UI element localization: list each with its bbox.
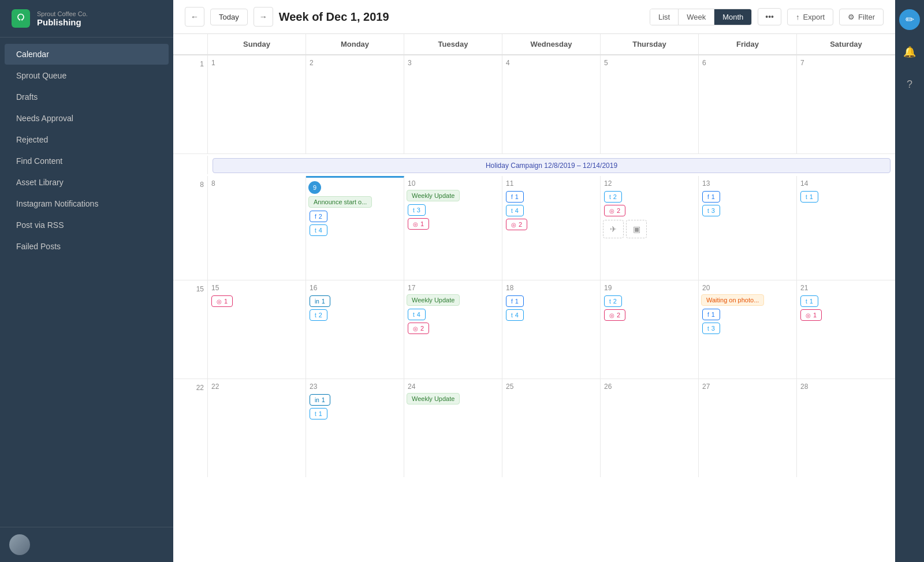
event-weekly-17[interactable]: Weekly Update (407, 294, 460, 306)
list-view-button[interactable]: List (650, 9, 679, 25)
today-button[interactable]: Today (210, 9, 248, 25)
month-view-button[interactable]: Month (714, 9, 751, 25)
event-tw-3-20[interactable]: t 3 (702, 323, 720, 334)
campaign-banner-cell: Holiday Campaign 12/8/2019 – 12/14/2019 (208, 156, 895, 174)
export-button[interactable]: ↑ Export (787, 9, 833, 25)
event-tw-4-11[interactable]: t 4 (506, 205, 524, 216)
sidebar-item-calendar[interactable]: Calendar (5, 44, 169, 65)
send-action-icon[interactable]: ✈ (603, 220, 624, 238)
export-icon: ↑ (796, 13, 800, 21)
sidebar-item-drafts[interactable]: Drafts (5, 87, 169, 107)
notifications-icon[interactable]: 🔔 (899, 42, 920, 62)
event-fb-1-20[interactable]: f 1 (702, 309, 720, 320)
copy-action-icon[interactable]: ▣ (626, 220, 647, 238)
event-fb-1-13[interactable]: f 1 (702, 191, 720, 203)
week-view-button[interactable]: Week (679, 9, 714, 25)
sidebar-item-rejected[interactable]: Rejected (5, 129, 169, 150)
event-tw-3-10[interactable]: t 3 (408, 204, 426, 216)
event-tw-4[interactable]: t 4 (310, 224, 327, 236)
help-icon[interactable]: ? (899, 74, 920, 95)
week-row-2: Holiday Campaign 12/8/2019 – 12/14/2019 … (173, 154, 895, 280)
day-4: 4 (502, 55, 601, 153)
sidebar: Sprout Coffee Co. Publishing CalendarSpr… (0, 0, 173, 562)
event-li-1-23[interactable]: in 1 (310, 394, 330, 406)
event-waiting-20[interactable]: Waiting on photo... (701, 294, 764, 306)
sidebar-nav: CalendarSprout QueueDraftsNeeds Approval… (0, 38, 173, 527)
next-button[interactable]: → (254, 7, 273, 27)
event-li-1-16[interactable]: in 1 (310, 295, 330, 307)
day-24: 24 Weekly Update (404, 379, 502, 477)
calendar: Sunday Monday Tuesday Wednesday Thursday… (173, 34, 895, 562)
main-content: ← Today → Week of Dec 1, 2019 List Week … (173, 0, 895, 562)
event-announce[interactable]: Announce start o... (308, 196, 372, 208)
event-weekly-10[interactable]: Weekly Update (407, 190, 460, 201)
event-ig-2-12[interactable]: ◎ 2 (604, 205, 625, 216)
day-16: 16 in 1 t 2 (306, 280, 404, 379)
event-fb-1-18[interactable]: f 1 (506, 295, 524, 307)
header-spacer (173, 34, 208, 54)
week-3-cells: 15 15 ◎ 1 16 in 1 t 2 17 Weekly Update t… (173, 280, 895, 379)
more-button[interactable]: ••• (758, 8, 781, 25)
event-ig-2-11[interactable]: ◎ 2 (506, 219, 527, 230)
day-11: 11 f 1 t 4 ◎ 2 (502, 176, 601, 280)
event-tw-4-17[interactable]: t 4 (408, 309, 426, 320)
prev-button[interactable]: ← (185, 7, 204, 27)
day-3: 3 (404, 55, 502, 153)
week-num-3: 15 (173, 280, 208, 379)
app-logo (12, 9, 30, 28)
sidebar-footer (0, 527, 173, 562)
event-tw-1-23[interactable]: t 1 (310, 408, 327, 419)
event-tw-2-12[interactable]: t 2 (604, 191, 622, 203)
day-14: 14 t 1 (797, 176, 895, 280)
event-tw-2-16[interactable]: t 2 (310, 309, 327, 321)
day-9: 9 Announce start o... f 2 t 4 (306, 176, 404, 280)
event-tw-2-19[interactable]: t 2 (604, 295, 622, 307)
event-fb-2[interactable]: f 2 (310, 211, 327, 222)
day-21: 21 t 1 ◎ 1 (797, 280, 895, 379)
filter-button[interactable]: ⚙ Filter (839, 9, 884, 25)
sidebar-item-find-content[interactable]: Find Content (5, 151, 169, 171)
day-18: 18 f 1 t 4 (502, 280, 601, 379)
week-row-4: 22 22 23 in 1 t 1 24 Weekly Update 25 26 (173, 379, 895, 477)
day-25: 25 (502, 379, 601, 477)
header-monday: Monday (306, 34, 404, 54)
event-tw-1-21[interactable]: t 1 (800, 295, 818, 307)
event-weekly-24[interactable]: Weekly Update (407, 393, 460, 404)
event-ig-1-15[interactable]: ◎ 1 (211, 295, 233, 307)
event-tw-3-13[interactable]: t 3 (702, 205, 720, 216)
day-28: 28 (797, 379, 895, 477)
avatar[interactable] (9, 534, 30, 555)
sidebar-item-post-via-rss[interactable]: Post via RSS (5, 215, 169, 235)
event-ig-1-10[interactable]: ◎ 1 (408, 218, 429, 230)
day-2: 2 (306, 55, 404, 153)
event-ig-2-19[interactable]: ◎ 2 (604, 309, 625, 321)
event-tw-4-18[interactable]: t 4 (506, 309, 524, 321)
sidebar-item-asset-library[interactable]: Asset Library (5, 172, 169, 193)
sidebar-item-sprout-queue[interactable]: Sprout Queue (5, 65, 169, 86)
day-1: 1 (208, 55, 306, 153)
week-1-cells: 1 1 2 3 4 5 6 7 (173, 55, 895, 153)
header-sunday: Sunday (208, 34, 306, 54)
event-tw-1-14[interactable]: t 1 (800, 191, 818, 203)
sidebar-item-needs-approval[interactable]: Needs Approval (5, 108, 169, 129)
event-ig-1-21[interactable]: ◎ 1 (800, 309, 822, 321)
header-tuesday: Tuesday (404, 34, 502, 54)
day-27: 27 (699, 379, 797, 477)
calendar-header: Sunday Monday Tuesday Wednesday Thursday… (173, 34, 895, 55)
header-saturday: Saturday (797, 34, 895, 54)
event-fb-1-11[interactable]: f 1 (506, 191, 524, 203)
sidebar-item-instagram-notifications[interactable]: Instagram Notifications (5, 193, 169, 214)
brand-main: Publishing (37, 17, 88, 27)
day-17: 17 Weekly Update t 4 ◎ 2 (404, 280, 502, 379)
sidebar-item-failed-posts[interactable]: Failed Posts (5, 236, 169, 257)
day-19: 19 t 2 ◎ 2 (601, 280, 699, 379)
day-20: 20 Waiting on photo... f 1 t 3 (699, 280, 797, 379)
campaign-banner[interactable]: Holiday Campaign 12/8/2019 – 12/14/2019 (213, 158, 891, 173)
week-title: Week of Dec 1, 2019 (279, 10, 644, 24)
compose-button[interactable]: ✏ (899, 9, 920, 30)
event-ig-2-17[interactable]: ◎ 2 (408, 323, 429, 334)
campaign-row: Holiday Campaign 12/8/2019 – 12/14/2019 (173, 154, 895, 176)
day-5: 5 (601, 55, 699, 153)
week-num-4: 22 (173, 379, 208, 477)
week-num-2: 8 (173, 176, 208, 280)
